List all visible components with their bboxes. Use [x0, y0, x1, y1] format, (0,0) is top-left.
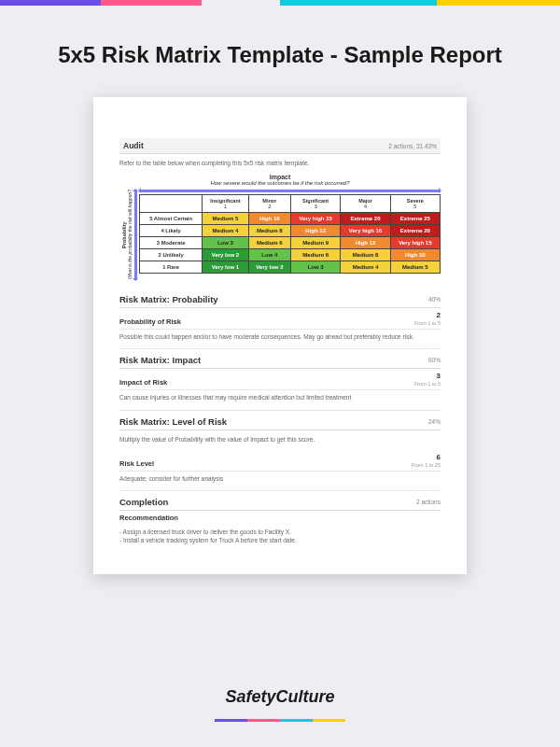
- row-header: 1 Rare: [140, 261, 203, 274]
- risk-level-row: Risk Level 6From 1 to 25: [119, 450, 441, 472]
- page-title: 5x5 Risk Matrix Template - Sample Report: [0, 41, 560, 69]
- matrix-table: Insignificant1 Minor2 Significant3 Major…: [139, 194, 441, 274]
- field-range: From 1 to 25: [412, 462, 441, 468]
- matrix-cell: Low 4: [248, 249, 290, 261]
- risk-matrix: Probability What is the probability the …: [119, 190, 441, 280]
- probability-note: Possible this could happen and/or to hav…: [119, 333, 441, 341]
- brand-color-bar: [0, 0, 560, 6]
- matrix-cell: Very low 2: [248, 261, 290, 274]
- matrix-cell: Medium 4: [341, 261, 390, 274]
- recommendation-text: - Assign a licensed truck driver to deli…: [119, 529, 441, 544]
- matrix-cell: Medium 8: [341, 249, 390, 261]
- audit-instruction: Refer to the table below when completing…: [119, 160, 441, 166]
- section-title: Risk Matrix: Probability: [119, 294, 218, 304]
- matrix-cell: Medium 4: [203, 225, 248, 237]
- matrix-cell: Very high 15: [390, 237, 440, 249]
- matrix-cell: Medium 9: [291, 237, 341, 249]
- matrix-cell: Medium 5: [390, 261, 440, 274]
- matrix-cell: Medium 6: [291, 249, 341, 261]
- matrix-cell: Medium 5: [203, 213, 248, 225]
- field-label: Risk Level: [119, 459, 154, 468]
- matrix-cell: Very low 2: [203, 249, 248, 261]
- field-range: From 1 to 5: [414, 381, 441, 387]
- field-range: From 1 to 5: [414, 320, 441, 326]
- vertical-arrow-icon: [134, 190, 137, 280]
- impact-of-risk-row: Impact of Risk 3From 1 to 5: [119, 369, 441, 390]
- matrix-cell: Extreme 20: [390, 225, 440, 237]
- matrix-cell: Very high 15: [291, 213, 341, 225]
- matrix-cell: High 12: [341, 237, 390, 249]
- level-instruction: Multiply the value of Probability with t…: [119, 436, 441, 443]
- brand-logo: SafetyCulture: [0, 687, 560, 726]
- matrix-cell: Medium 8: [248, 225, 290, 237]
- field-label: Probability of Risk: [119, 317, 181, 326]
- impact-axis-heading: Impact: [119, 174, 441, 180]
- recommendation-label: Recommendation: [119, 514, 178, 522]
- section-percent: 60%: [428, 357, 441, 363]
- section-percent: 40%: [428, 296, 441, 303]
- brand-name: SafetyCulture: [225, 687, 334, 706]
- probability-axis-sub: What is the probability the risk will ha…: [127, 190, 133, 279]
- section-percent: 24%: [428, 418, 441, 425]
- impact-note: Can cause injuries or illnesses that may…: [119, 394, 441, 402]
- matrix-cell: Very high 16: [341, 225, 390, 237]
- row-header: 3 Moderate: [140, 237, 203, 249]
- row-header: 2 Unlikely: [140, 249, 203, 261]
- matrix-cell: Extreme 20: [341, 213, 390, 225]
- level-note: Adequate; consider for further analysis: [119, 475, 441, 483]
- matrix-cell: Low 3: [203, 237, 248, 249]
- section-title: Completion: [119, 497, 168, 507]
- document-preview: Audit 2 actions, 31.43% Refer to the tab…: [93, 97, 467, 574]
- audit-meta: 2 actions, 31.43%: [388, 143, 437, 149]
- brand-underline-icon: [215, 719, 345, 722]
- matrix-cell: Extreme 25: [390, 213, 440, 225]
- audit-title: Audit: [123, 141, 144, 150]
- recommendation-label-row: Recommendation: [119, 511, 441, 525]
- field-value: 3: [437, 372, 441, 380]
- field-label: Impact of Risk: [119, 378, 167, 387]
- probability-of-risk-row: Probability of Risk 2From 1 to 5: [119, 308, 441, 330]
- level-of-risk-section-header: Risk Matrix: Level of Risk 24%: [119, 414, 441, 430]
- field-value: 6: [437, 453, 441, 461]
- matrix-cell: Very low 1: [203, 261, 248, 274]
- matrix-cell: High 10: [248, 213, 290, 225]
- section-meta: 2 actions: [416, 499, 441, 505]
- section-title: Risk Matrix: Level of Risk: [119, 416, 227, 427]
- row-header: 5 Almost Certain: [140, 213, 203, 225]
- impact-section-header: Risk Matrix: Impact 60%: [119, 352, 441, 369]
- audit-section-header: Audit 2 actions, 31.43%: [119, 138, 441, 154]
- probability-axis: Probability What is the probability the …: [119, 190, 134, 280]
- matrix-cell: High 10: [390, 249, 440, 261]
- matrix-cell: High 12: [291, 225, 341, 237]
- impact-axis-sub: How severe would the outcomes be if the …: [119, 180, 441, 186]
- matrix-cell: Medium 6: [248, 237, 290, 249]
- probability-section-header: Risk Matrix: Probability 40%: [119, 291, 441, 308]
- completion-section-header: Completion 2 actions: [119, 494, 441, 511]
- row-header: 4 Likely: [140, 225, 203, 237]
- field-value: 2: [437, 311, 441, 319]
- matrix-cell: Low 3: [291, 261, 341, 274]
- section-title: Risk Matrix: Impact: [119, 355, 201, 365]
- horizontal-arrow-icon: [139, 190, 441, 192]
